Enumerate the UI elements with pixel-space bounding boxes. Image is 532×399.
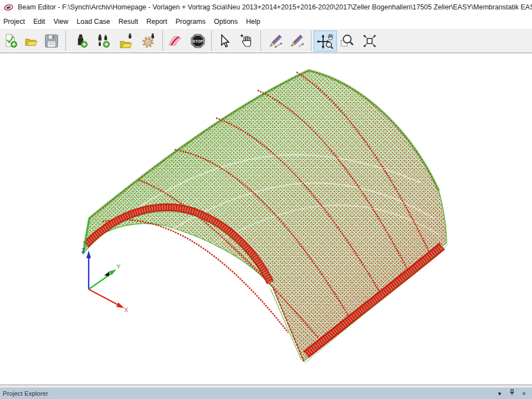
- load-settings-gear-icon: [141, 33, 157, 49]
- membrane-button[interactable]: [165, 31, 185, 51]
- open-load-case-button[interactable]: [117, 31, 137, 51]
- stop-icon: STOP: [190, 33, 206, 49]
- open-load-case-icon: [119, 33, 135, 49]
- save-project-icon: [44, 33, 59, 49]
- membrane-patch-icon: [167, 33, 183, 49]
- add-load-case-button[interactable]: [71, 31, 91, 51]
- add-load-case-icon: [74, 33, 89, 49]
- model-viewport[interactable]: Z Y X: [0, 53, 532, 385]
- main-toolbar: STOP: [0, 29, 532, 53]
- pan-zoom-mode-button[interactable]: [314, 30, 337, 52]
- panel-dropdown-icon[interactable]: ▾: [496, 388, 503, 399]
- menu-bar: Project Edit View Load Case Result Repor…: [0, 14, 532, 29]
- add-load-cases-icon: [96, 33, 111, 49]
- axis-z-label: Z: [81, 247, 85, 254]
- stop-button[interactable]: STOP: [188, 31, 208, 51]
- project-explorer-header: Project Explorer ▾ ×: [0, 388, 532, 399]
- pan-tool-button[interactable]: [237, 31, 257, 51]
- project-explorer-title: Project Explorer: [3, 390, 491, 397]
- membrane-mesh-canvas: Z Y X: [0, 53, 532, 385]
- draw-polyline-button[interactable]: [287, 31, 307, 51]
- load-settings-button[interactable]: [139, 31, 159, 51]
- panel-pin-icon[interactable]: [508, 388, 515, 399]
- axis-x-label: X: [124, 306, 129, 313]
- menu-report[interactable]: Report: [143, 16, 171, 28]
- menu-result[interactable]: Result: [115, 16, 141, 28]
- coordinate-axes: Z Y X: [81, 247, 129, 313]
- select-cursor-icon: [216, 33, 232, 49]
- menu-help[interactable]: Help: [243, 16, 264, 28]
- add-load-cases-button[interactable]: [94, 31, 114, 51]
- toolbar-separator: [311, 30, 311, 51]
- new-project-icon: [3, 33, 19, 49]
- window-title: Beam Editor - F:\Synch\Archiv\Homepage -…: [18, 3, 532, 11]
- zoom-extents-button[interactable]: [360, 31, 380, 51]
- pan-hand-icon: [239, 33, 254, 49]
- toolbar-separator: [65, 30, 66, 51]
- title-bar: Beam Editor - F:\Synch\Archiv\Homepage -…: [0, 0, 532, 14]
- rotation-marker: [104, 272, 110, 277]
- select-tool-button[interactable]: [214, 31, 234, 51]
- toolbar-separator: [260, 30, 261, 51]
- zoom-window-button[interactable]: [337, 31, 357, 51]
- zoom-window-icon: [340, 33, 355, 49]
- toolbar-separator: [162, 30, 163, 51]
- draw-polyline-icon: [289, 33, 305, 49]
- zoom-extents-icon: [362, 33, 377, 49]
- menu-edit[interactable]: Edit: [30, 16, 49, 28]
- save-project-button[interactable]: [42, 31, 62, 51]
- pan-zoom-mode-icon: [317, 33, 334, 49]
- menu-load-case[interactable]: Load Case: [73, 16, 113, 28]
- menu-options[interactable]: Options: [211, 16, 241, 28]
- open-project-button[interactable]: [21, 31, 41, 51]
- draw-line-icon: [268, 33, 284, 49]
- draw-line-button[interactable]: [266, 31, 286, 51]
- open-project-icon: [23, 33, 39, 49]
- menu-project[interactable]: Project: [0, 16, 28, 28]
- menu-view[interactable]: View: [50, 16, 71, 28]
- toolbar-separator: [211, 30, 212, 51]
- beam-editor-window: Beam Editor - F:\Synch\Archiv\Homepage -…: [0, 0, 532, 399]
- new-project-button[interactable]: [1, 31, 21, 51]
- axis-y-label: Y: [116, 263, 121, 270]
- app-logo-icon: [4, 4, 13, 11]
- stop-label: STOP: [192, 39, 203, 43]
- panel-close-icon[interactable]: ×: [520, 388, 528, 399]
- menu-programs[interactable]: Programs: [172, 16, 209, 28]
